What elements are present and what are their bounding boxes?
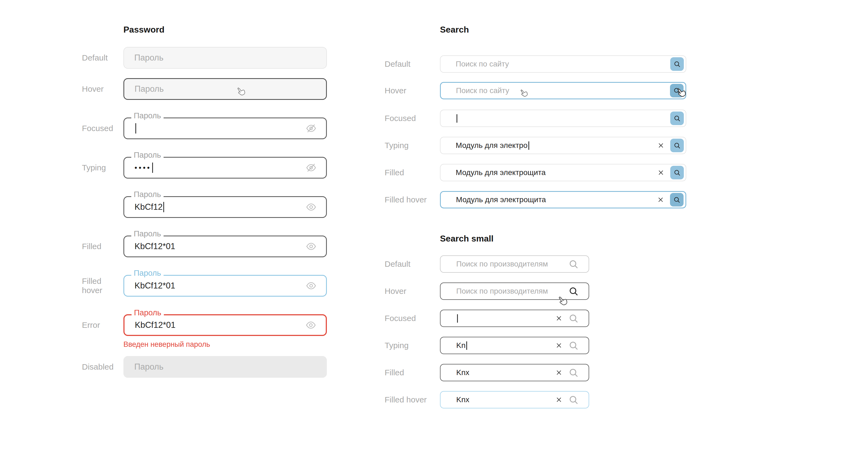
search-icon[interactable] — [568, 394, 579, 405]
search-icon[interactable] — [568, 286, 579, 297]
clear-icon[interactable] — [657, 169, 664, 176]
search-input-typing[interactable]: Модуль для электро — [440, 137, 686, 154]
search-small-row-filled-hover: Filled hover Knx — [0, 391, 868, 408]
password-input-filled[interactable]: Пароль KbCf12*01 — [123, 236, 327, 257]
search-small-row-filled: Filled Knx — [0, 364, 868, 381]
search-input-focused[interactable] — [440, 110, 686, 127]
search-button[interactable] — [670, 139, 684, 152]
input-value: Kn — [456, 341, 465, 350]
text-caret — [457, 114, 457, 123]
search-input-default[interactable]: Поиск по сайту — [440, 55, 686, 73]
clear-icon[interactable] — [555, 396, 563, 403]
search-icon — [673, 169, 681, 176]
search-small-input-filled[interactable]: Knx — [440, 364, 589, 381]
search-icon — [673, 142, 681, 149]
search-small-input-default[interactable]: Поиск по производителям — [440, 255, 589, 273]
search-row-filled-hover: Filled hover Модуль для электрощита — [0, 191, 868, 208]
placeholder-text: Поиск по производителям — [456, 260, 548, 268]
state-label: Focused — [384, 314, 444, 323]
state-label: Typing — [384, 341, 444, 350]
input-value: KbCf12*01 — [134, 242, 175, 251]
input-value: Knx — [456, 395, 469, 404]
state-label: Default — [384, 260, 444, 269]
text-caret — [466, 341, 467, 350]
clear-icon[interactable] — [555, 369, 563, 376]
input-value: Модуль для электро — [456, 141, 528, 150]
search-row-focused: Focused — [0, 110, 868, 127]
password-row-filled: Filled Пароль KbCf12*01 — [0, 236, 868, 257]
state-label: Typing — [384, 141, 444, 150]
search-input-hover[interactable]: Поиск по сайту — [440, 82, 686, 99]
state-label: Filled hover — [384, 195, 444, 204]
input-value: Knx — [456, 368, 469, 377]
input-value: Модуль для электрощита — [456, 195, 546, 204]
state-label: Hover — [384, 86, 444, 95]
search-small-input-focused[interactable] — [440, 310, 589, 327]
search-row-default: Default Поиск по сайту — [0, 55, 868, 73]
search-row-filled: Filled Модуль для электрощита — [0, 164, 868, 181]
search-small-input-typing[interactable]: Kn — [440, 337, 589, 354]
clear-icon[interactable] — [657, 196, 664, 204]
floating-label: Пароль — [131, 229, 163, 238]
state-label: Filled hover — [384, 395, 444, 404]
placeholder-text: Поиск по сайту — [456, 60, 509, 68]
search-row-hover: Hover Поиск по сайту — [0, 82, 868, 99]
text-caret — [457, 314, 458, 323]
search-icon[interactable] — [568, 313, 579, 324]
search-small-row-default: Default Поиск по производителям — [0, 255, 868, 273]
search-small-input-filled-hover[interactable]: Knx — [440, 391, 589, 408]
search-row-typing: Typing Модуль для электро — [0, 137, 868, 154]
state-label: Filled — [384, 368, 444, 377]
placeholder-text: Поиск по сайту — [456, 86, 509, 95]
cursor-click-icon — [674, 86, 688, 100]
state-label: Filled — [384, 168, 444, 177]
search-small-row-hover: Hover Поиск по производителям — [0, 282, 868, 300]
search-icon — [673, 115, 681, 122]
password-section-title: Password — [123, 25, 164, 34]
search-icon — [673, 196, 681, 204]
clear-icon[interactable] — [555, 342, 563, 349]
search-button[interactable] — [670, 166, 684, 179]
component-spec-canvas: Password Default Пароль Hover Пароль Foc… — [0, 0, 868, 454]
eye-icon[interactable] — [305, 241, 317, 252]
state-label: Focused — [384, 114, 444, 123]
search-icon[interactable] — [568, 259, 579, 270]
input-value: Модуль для электрощита — [456, 168, 546, 177]
cursor-click-icon — [555, 294, 570, 309]
clear-icon[interactable] — [657, 142, 664, 149]
cursor-click-icon — [517, 87, 529, 99]
cursor-click-icon — [234, 85, 247, 98]
search-small-row-typing: Typing Kn — [0, 337, 868, 354]
search-icon[interactable] — [568, 340, 579, 351]
clear-icon[interactable] — [555, 315, 563, 322]
search-input-filled-hover[interactable]: Модуль для электрощита — [440, 191, 686, 208]
state-label: Filled — [82, 242, 122, 251]
search-button[interactable] — [670, 57, 684, 71]
search-button[interactable] — [670, 193, 684, 207]
search-section-title: Search — [440, 25, 469, 34]
search-icon[interactable] — [568, 367, 579, 378]
state-label: Default — [384, 59, 444, 69]
state-label: Hover — [384, 286, 444, 296]
search-small-section-title: Search small — [440, 234, 493, 243]
search-icon — [673, 60, 681, 68]
placeholder-text: Поиск по производителям — [456, 287, 548, 296]
text-caret — [528, 141, 529, 150]
search-small-input-hover[interactable]: Поиск по производителям — [440, 282, 589, 300]
search-input-filled[interactable]: Модуль для электрощита — [440, 164, 686, 181]
search-button[interactable] — [670, 112, 684, 125]
search-small-row-focused: Focused — [0, 310, 868, 327]
